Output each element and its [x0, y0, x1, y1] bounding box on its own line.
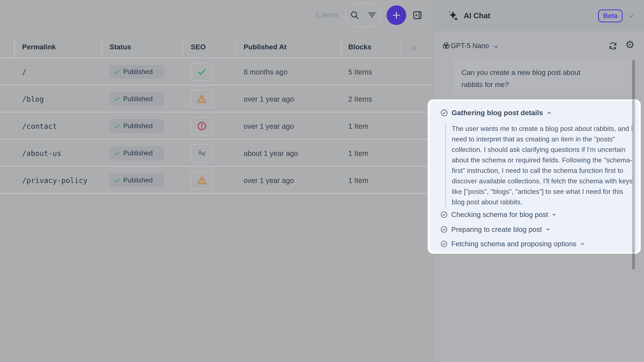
- search-icon[interactable]: [350, 10, 359, 20]
- filter-icon[interactable]: [367, 10, 377, 20]
- check-icon: [114, 150, 120, 156]
- item-count: 5 Items: [292, 11, 339, 19]
- chevron-down-icon[interactable]: [494, 44, 499, 49]
- step-label: Gathering blog post details: [452, 109, 543, 117]
- blocks-cell: 5 Items: [348, 68, 372, 76]
- scrollbar-thumb[interactable]: [632, 100, 635, 253]
- reasoning-block: Gathering blog post details The user wan…: [430, 101, 639, 252]
- step-label: Preparing to create blog post: [451, 226, 542, 233]
- add-item-button[interactable]: [386, 5, 406, 25]
- status-label: Published: [123, 149, 153, 157]
- column-header-permalink[interactable]: Permalink: [22, 43, 56, 51]
- column-header-blocks[interactable]: Blocks: [348, 43, 372, 51]
- status-badge: Published: [110, 173, 164, 187]
- seo-warning-icon: [197, 175, 207, 185]
- step-label: Fetching schema and proposing options: [451, 240, 576, 248]
- permalink-cell: /contact: [22, 122, 57, 130]
- seo-status-box: [191, 144, 213, 162]
- seo-status-box: [191, 90, 213, 108]
- status-label: Published: [123, 122, 153, 130]
- reasoning-step[interactable]: Checking schema for blog post: [440, 211, 556, 219]
- table-row[interactable]: /privacy-policy Published over 1 year ag…: [0, 167, 433, 194]
- permalink-cell: /about-us: [22, 149, 61, 157]
- reasoning-detail-quote: The user wants me to create a blog post …: [445, 123, 634, 207]
- reasoning-spotlight-card: Gathering blog post details The user wan…: [428, 99, 641, 254]
- panel-title: AI Chat: [464, 11, 490, 20]
- seo-status-box: [191, 63, 213, 81]
- seo-error-icon: [197, 121, 207, 131]
- beta-badge: Beta: [598, 9, 623, 22]
- search-filter-pill: [345, 3, 382, 27]
- blocks-cell: 2 Items: [348, 95, 372, 103]
- permalink-cell: /blog: [22, 95, 44, 103]
- status-label: Published: [123, 95, 153, 103]
- chevron-up-icon: [546, 110, 552, 115]
- status-label: Published: [123, 68, 153, 76]
- published-at-cell: 8 months ago: [244, 68, 288, 76]
- status-badge: Published: [110, 119, 164, 133]
- ai-chat-header: AI Chat Beta: [434, 0, 644, 32]
- seo-hidden-icon: [197, 148, 207, 158]
- openai-logo-icon: [442, 41, 451, 50]
- status-badge: Published: [110, 146, 164, 160]
- pages-collection-view: 5 Items Permalink Status: [0, 0, 433, 362]
- table-row[interactable]: /blog Published over 1 year ago 2 Items: [0, 85, 433, 112]
- seo-warning-icon: [197, 94, 207, 104]
- check-icon: [114, 68, 120, 75]
- table-row[interactable]: /contact Published over 1 year ago 1 Ite…: [0, 112, 433, 140]
- add-column-icon[interactable]: [410, 43, 419, 53]
- circle-check-icon: [440, 211, 448, 218]
- clear-history-icon[interactable]: [608, 41, 618, 51]
- published-at-cell: over 1 year ago: [244, 176, 294, 185]
- column-divider: [341, 41, 342, 58]
- reasoning-step[interactable]: Preparing to create blog post: [440, 226, 550, 233]
- seo-status-box: [191, 171, 213, 189]
- model-selector[interactable]: GPT-5 Nano: [451, 42, 489, 50]
- blocks-cell: 1 Item: [348, 176, 368, 185]
- status-label: Published: [123, 176, 153, 184]
- reasoning-step[interactable]: Fetching schema and proposing options: [440, 240, 585, 248]
- column-divider: [102, 41, 102, 58]
- column-header-status[interactable]: Status: [110, 43, 131, 51]
- column-header-published-at[interactable]: Published At: [244, 43, 286, 51]
- column-divider: [400, 41, 400, 58]
- circle-check-icon: [440, 240, 448, 248]
- column-divider: [236, 41, 237, 58]
- column-resize-handle[interactable]: [14, 41, 15, 58]
- reasoning-step-expanded[interactable]: Gathering blog post details: [440, 109, 552, 117]
- column-divider: [183, 41, 183, 58]
- blocks-cell: 1 Item: [348, 149, 368, 157]
- gear-icon[interactable]: ⚙: [625, 39, 634, 50]
- status-badge: Published: [110, 92, 164, 106]
- plus-icon: [391, 10, 402, 20]
- user-message-bubble: Can you create a new blog post about rab…: [453, 59, 633, 95]
- check-icon: [114, 123, 120, 129]
- seo-status-box: [191, 117, 213, 135]
- check-icon: [114, 96, 120, 102]
- chevron-down-icon: [552, 212, 556, 217]
- published-at-cell: about 1 year ago: [244, 149, 298, 157]
- chevron-down-icon[interactable]: [627, 12, 635, 20]
- step-label: Checking schema for blog post: [451, 211, 548, 219]
- model-selector-row: GPT-5 Nano ⚙: [434, 39, 644, 53]
- table-header-row: Permalink Status SEO Published At Blocks: [0, 38, 433, 58]
- permalink-cell: /: [22, 68, 26, 76]
- reasoning-text: The user wants me to create a blog post …: [452, 123, 634, 207]
- published-at-cell: over 1 year ago: [244, 122, 294, 130]
- sparkles-icon: [448, 10, 460, 22]
- seo-ok-icon: [197, 67, 207, 77]
- expand-panel-icon[interactable]: [412, 10, 422, 20]
- check-icon: [114, 177, 120, 184]
- table-row[interactable]: /about-us Published about 1 year ago 1 I…: [0, 140, 433, 167]
- user-message-text: Can you create a new blog post about rab…: [453, 59, 604, 91]
- circle-check-icon: [440, 109, 448, 117]
- chevron-down-icon: [546, 227, 550, 232]
- circle-check-icon: [440, 226, 448, 233]
- published-at-cell: over 1 year ago: [244, 95, 294, 103]
- chevron-down-icon: [580, 242, 585, 246]
- blocks-cell: 1 Item: [348, 122, 368, 130]
- table-row[interactable]: / Published 8 months ago 5 Items: [0, 58, 433, 85]
- permalink-cell: /privacy-policy: [22, 176, 88, 185]
- column-header-seo[interactable]: SEO: [191, 43, 206, 51]
- status-badge: Published: [110, 65, 164, 79]
